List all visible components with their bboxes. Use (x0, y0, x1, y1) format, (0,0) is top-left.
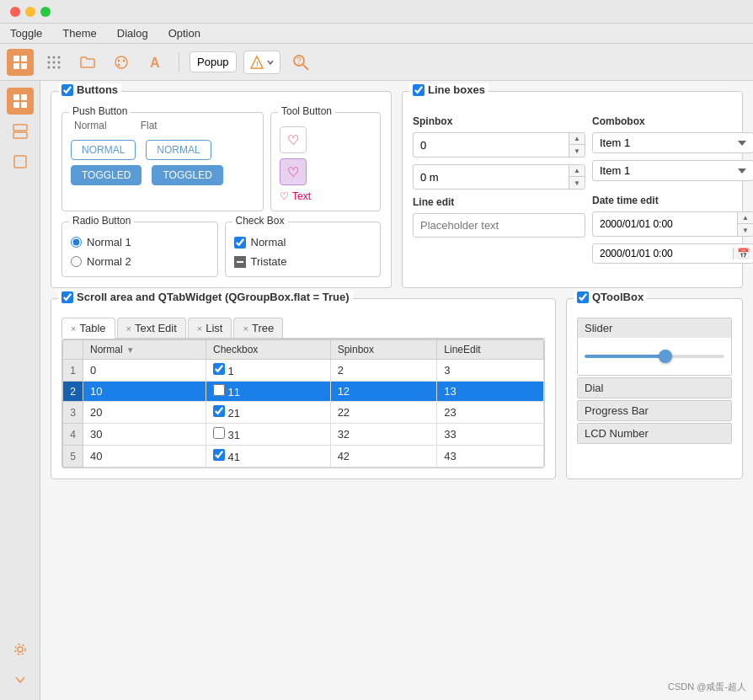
table-checkbox-2[interactable] (213, 384, 225, 396)
cell-checkbox-2[interactable]: 11 (206, 382, 330, 402)
cell-normal-2[interactable]: 10 (83, 382, 206, 402)
cell-spinbox-2[interactable]: 12 (330, 382, 437, 402)
tab-list[interactable]: × List (188, 318, 232, 338)
buttons-checkbox[interactable] (61, 84, 73, 96)
toolbar-folder-btn[interactable] (74, 49, 101, 76)
col-header-lineedit[interactable]: LineEdit (437, 340, 544, 360)
spinbox-down-2[interactable]: ▼ (569, 177, 585, 189)
spinbox-down-1[interactable]: ▼ (569, 145, 585, 157)
sidebar-box-icon[interactable] (7, 148, 34, 175)
radio-input-1[interactable] (71, 237, 82, 248)
tool-btn-text[interactable]: ♡ Text (280, 190, 311, 202)
sidebar-gear-icon[interactable] (7, 636, 34, 663)
slider-track[interactable] (585, 355, 724, 358)
radio-item-2[interactable]: Normal 2 (71, 255, 209, 268)
toolbar-search-btn[interactable]: ? (287, 49, 314, 76)
toolbox-slider-header[interactable]: Slider (578, 318, 731, 338)
tab-tree[interactable]: × Tree (233, 318, 283, 338)
cell-normal-5[interactable]: 40 (83, 446, 206, 468)
datetime-field-1[interactable] (593, 215, 737, 233)
qtoolbox-groupbox: QToolBox Slider (566, 298, 743, 479)
cell-lineedit-2[interactable]: 13 (437, 382, 544, 402)
sidebar-chevron-down-icon[interactable] (7, 666, 34, 693)
spinbox-up-2[interactable]: ▲ (569, 165, 585, 177)
cell-spinbox-4[interactable]: 32 (330, 424, 437, 446)
title-bar (0, 0, 753, 24)
spinbox-up-1[interactable]: ▲ (569, 133, 585, 145)
table-checkbox-3[interactable] (213, 405, 225, 417)
cell-checkbox-1[interactable]: 1 (206, 360, 330, 382)
col-header-spinbox[interactable]: Spinbox (330, 340, 437, 360)
cell-spinbox-1[interactable]: 2 (330, 360, 437, 382)
col-header-checkbox[interactable]: Checkbox (206, 340, 330, 360)
tool-btn-heart-2[interactable]: ♡ (280, 158, 307, 185)
toolbar-warning-btn[interactable]: ! (243, 51, 280, 74)
datetime-down-1[interactable]: ▼ (738, 224, 753, 236)
cell-checkbox-5[interactable]: 41 (206, 446, 330, 468)
cell-lineedit-1[interactable]: 3 (437, 360, 544, 382)
toolbar-palette-btn[interactable] (108, 49, 135, 76)
tab-close-text-edit[interactable]: × (126, 323, 131, 334)
combobox-2[interactable]: Item 1 Item 2 Item 3 (592, 160, 753, 181)
cell-checkbox-4[interactable]: 31 (206, 424, 330, 446)
combobox-1[interactable]: Item 1 Item 2 Item 3 (592, 132, 753, 153)
checkbox-item-normal[interactable]: Normal (234, 236, 372, 248)
sidebar-grid-icon[interactable] (7, 88, 34, 115)
checkbox-tristate[interactable] (234, 256, 246, 268)
push-btn-normal-1[interactable]: NORMAL (71, 140, 136, 160)
cell-normal-4[interactable]: 30 (83, 424, 206, 446)
qtoolbox-checkbox[interactable] (577, 291, 589, 303)
cell-checkbox-3[interactable]: 21 (206, 402, 330, 424)
toolbox-progressbar-header[interactable]: Progress Bar (578, 401, 731, 420)
line-edit-input[interactable] (413, 213, 585, 238)
minimize-button[interactable] (25, 7, 35, 17)
toolbox-dial-header[interactable]: Dial (578, 378, 731, 398)
svg-rect-2 (13, 63, 19, 69)
toolbar-text-btn[interactable]: A (142, 49, 168, 76)
toolbar-dots-btn[interactable] (40, 49, 67, 76)
menu-dialog[interactable]: Dialog (114, 27, 152, 40)
tab-text-edit[interactable]: × Text Edit (117, 318, 186, 338)
sidebar-layout-icon[interactable] (7, 118, 34, 145)
radio-item-1[interactable]: Normal 1 (71, 236, 209, 248)
tab-close-tree[interactable]: × (243, 323, 248, 334)
radio-input-2[interactable] (71, 256, 82, 267)
tab-close-table[interactable]: × (71, 323, 76, 334)
col-header-normal[interactable]: Normal ▼ (83, 340, 206, 360)
push-btn-toggled-2[interactable]: TOGGLED (152, 165, 222, 185)
tool-btn-heart-1[interactable]: ♡ (280, 126, 307, 153)
cell-lineedit-5[interactable]: 43 (437, 446, 544, 468)
cell-spinbox-5[interactable]: 42 (330, 446, 437, 468)
table-checkbox-1[interactable] (213, 363, 225, 375)
menu-theme[interactable]: Theme (59, 27, 99, 40)
table-checkbox-5[interactable] (213, 449, 225, 461)
table-checkbox-4[interactable] (213, 427, 225, 439)
linebox-checkbox[interactable] (413, 84, 425, 96)
cell-normal-3[interactable]: 20 (83, 402, 206, 424)
close-button[interactable] (10, 7, 20, 17)
spinbox-input-1[interactable] (414, 136, 569, 155)
cell-spinbox-3[interactable]: 22 (330, 402, 437, 424)
slider-handle[interactable] (659, 350, 672, 363)
toolbar-popup-btn[interactable]: Popup (190, 51, 237, 72)
tab-table[interactable]: × Table (61, 318, 115, 339)
toolbox-lcd-header[interactable]: LCD Number (578, 424, 731, 443)
datetime-up-1[interactable]: ▲ (738, 212, 753, 224)
spinbox-input-2[interactable] (414, 168, 569, 187)
toolbar-grid-btn[interactable] (7, 49, 34, 76)
tab-close-list[interactable]: × (197, 323, 202, 334)
cell-lineedit-4[interactable]: 33 (437, 424, 544, 446)
checkbox-normal[interactable] (234, 237, 246, 248)
cell-lineedit-3[interactable]: 23 (437, 402, 544, 424)
cell-normal-1[interactable]: 0 (83, 360, 206, 382)
push-btn-toggled-1[interactable]: TOGGLED (71, 165, 142, 185)
datetime-field-2[interactable] (593, 244, 733, 263)
scroll-checkbox[interactable] (61, 291, 73, 303)
checkbox-item-tristate[interactable]: Tristate (234, 255, 372, 268)
content-area: Buttons Push Button Normal Flat NORMAL (40, 81, 753, 700)
calendar-icon[interactable]: 📅 (733, 248, 753, 259)
menu-toggle[interactable]: Toggle (7, 27, 45, 40)
maximize-button[interactable] (40, 7, 51, 17)
menu-option[interactable]: Option (165, 27, 204, 40)
push-btn-normal-2[interactable]: NORMAL (146, 140, 211, 160)
